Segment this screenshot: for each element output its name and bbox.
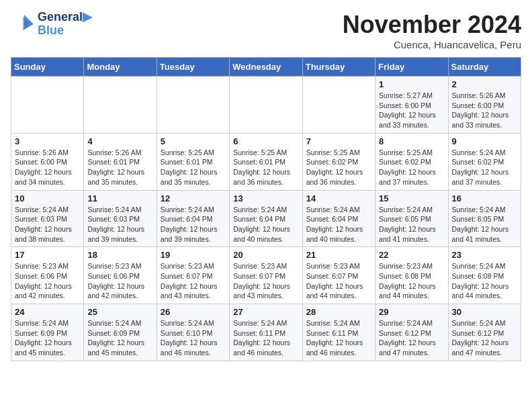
location: Cuenca, Huancavelica, Peru — [343, 39, 521, 50]
calendar-cell: 16Sunrise: 5:24 AM Sunset: 6:05 PM Dayli… — [448, 190, 521, 247]
day-info: Sunrise: 5:24 AM Sunset: 6:04 PM Dayligh… — [161, 205, 226, 244]
calendar-cell — [84, 77, 157, 134]
day-number: 22 — [379, 250, 444, 260]
calendar-cell: 6Sunrise: 5:25 AM Sunset: 6:01 PM Daylig… — [230, 133, 302, 190]
calendar-cell: 22Sunrise: 5:23 AM Sunset: 6:08 PM Dayli… — [375, 247, 448, 304]
title-area: November 2024 Cuenca, Huancavelica, Peru — [343, 11, 521, 50]
day-number: 10 — [15, 193, 80, 203]
day-info: Sunrise: 5:23 AM Sunset: 6:07 PM Dayligh… — [306, 261, 371, 301]
day-number: 21 — [306, 250, 371, 260]
day-info: Sunrise: 5:26 AM Sunset: 6:00 PM Dayligh… — [15, 148, 80, 187]
calendar-cell: 10Sunrise: 5:24 AM Sunset: 6:03 PM Dayli… — [11, 190, 84, 247]
weekday-header-wednesday: Wednesday — [230, 58, 302, 77]
day-info: Sunrise: 5:24 AM Sunset: 6:05 PM Dayligh… — [452, 205, 517, 244]
calendar-cell: 12Sunrise: 5:24 AM Sunset: 6:04 PM Dayli… — [157, 190, 229, 247]
day-info: Sunrise: 5:24 AM Sunset: 6:02 PM Dayligh… — [452, 148, 517, 187]
day-number: 28 — [306, 307, 371, 317]
weekday-header-friday: Friday — [375, 58, 448, 77]
day-number: 18 — [87, 250, 152, 260]
calendar-week-4: 17Sunrise: 5:23 AM Sunset: 6:06 PM Dayli… — [11, 247, 521, 304]
calendar-cell: 14Sunrise: 5:24 AM Sunset: 6:04 PM Dayli… — [302, 190, 375, 247]
day-info: Sunrise: 5:24 AM Sunset: 6:04 PM Dayligh… — [233, 205, 298, 244]
day-number: 14 — [306, 193, 371, 203]
calendar-week-1: 1Sunrise: 5:27 AM Sunset: 6:00 PM Daylig… — [11, 77, 521, 134]
day-info: Sunrise: 5:25 AM Sunset: 6:02 PM Dayligh… — [306, 148, 371, 187]
page-header: General▶ Blue November 2024 Cuenca, Huan… — [11, 11, 521, 50]
day-info: Sunrise: 5:25 AM Sunset: 6:01 PM Dayligh… — [233, 148, 298, 187]
month-title: November 2024 — [343, 11, 521, 39]
day-info: Sunrise: 5:27 AM Sunset: 6:00 PM Dayligh… — [379, 91, 444, 130]
day-number: 4 — [87, 136, 152, 146]
calendar-cell: 9Sunrise: 5:24 AM Sunset: 6:02 PM Daylig… — [448, 133, 521, 190]
calendar-cell — [11, 77, 84, 134]
day-number: 25 — [87, 307, 152, 317]
logo-icon — [11, 12, 35, 36]
logo-text: General▶ Blue — [38, 11, 92, 38]
day-info: Sunrise: 5:24 AM Sunset: 6:11 PM Dayligh… — [233, 318, 298, 358]
calendar-cell: 20Sunrise: 5:23 AM Sunset: 6:07 PM Dayli… — [230, 247, 302, 304]
calendar-cell: 26Sunrise: 5:24 AM Sunset: 6:10 PM Dayli… — [157, 304, 229, 361]
calendar-cell: 29Sunrise: 5:24 AM Sunset: 6:12 PM Dayli… — [375, 304, 448, 361]
day-number: 24 — [15, 307, 80, 317]
weekday-header-sunday: Sunday — [11, 58, 84, 77]
day-number: 17 — [15, 250, 80, 260]
day-info: Sunrise: 5:23 AM Sunset: 6:06 PM Dayligh… — [87, 261, 152, 301]
day-info: Sunrise: 5:23 AM Sunset: 6:08 PM Dayligh… — [379, 261, 444, 301]
day-info: Sunrise: 5:25 AM Sunset: 6:02 PM Dayligh… — [379, 148, 444, 187]
day-info: Sunrise: 5:24 AM Sunset: 6:03 PM Dayligh… — [87, 205, 152, 244]
day-info: Sunrise: 5:26 AM Sunset: 6:00 PM Dayligh… — [452, 91, 517, 130]
day-number: 1 — [379, 79, 444, 89]
calendar-cell: 30Sunrise: 5:24 AM Sunset: 6:12 PM Dayli… — [448, 304, 521, 361]
day-info: Sunrise: 5:23 AM Sunset: 6:07 PM Dayligh… — [161, 261, 226, 301]
calendar-cell: 24Sunrise: 5:24 AM Sunset: 6:09 PM Dayli… — [11, 304, 84, 361]
day-number: 3 — [15, 136, 80, 146]
day-number: 12 — [161, 193, 226, 203]
weekday-header-tuesday: Tuesday — [157, 58, 229, 77]
day-info: Sunrise: 5:24 AM Sunset: 6:08 PM Dayligh… — [452, 261, 517, 301]
day-number: 6 — [233, 136, 298, 146]
day-number: 9 — [452, 136, 517, 146]
day-number: 30 — [452, 307, 517, 317]
calendar-week-5: 24Sunrise: 5:24 AM Sunset: 6:09 PM Dayli… — [11, 304, 521, 361]
day-info: Sunrise: 5:25 AM Sunset: 6:01 PM Dayligh… — [161, 148, 226, 187]
calendar-cell: 23Sunrise: 5:24 AM Sunset: 6:08 PM Dayli… — [448, 247, 521, 304]
calendar-cell: 7Sunrise: 5:25 AM Sunset: 6:02 PM Daylig… — [302, 133, 375, 190]
day-info: Sunrise: 5:24 AM Sunset: 6:11 PM Dayligh… — [306, 318, 371, 358]
calendar-week-3: 10Sunrise: 5:24 AM Sunset: 6:03 PM Dayli… — [11, 190, 521, 247]
calendar-cell: 3Sunrise: 5:26 AM Sunset: 6:00 PM Daylig… — [11, 133, 84, 190]
day-info: Sunrise: 5:24 AM Sunset: 6:04 PM Dayligh… — [306, 205, 371, 244]
day-number: 13 — [233, 193, 298, 203]
day-info: Sunrise: 5:24 AM Sunset: 6:03 PM Dayligh… — [15, 205, 80, 244]
calendar-cell: 5Sunrise: 5:25 AM Sunset: 6:01 PM Daylig… — [157, 133, 229, 190]
day-info: Sunrise: 5:24 AM Sunset: 6:12 PM Dayligh… — [379, 318, 444, 358]
calendar-cell: 21Sunrise: 5:23 AM Sunset: 6:07 PM Dayli… — [302, 247, 375, 304]
day-number: 27 — [233, 307, 298, 317]
day-info: Sunrise: 5:23 AM Sunset: 6:07 PM Dayligh… — [233, 261, 298, 301]
calendar-cell: 28Sunrise: 5:24 AM Sunset: 6:11 PM Dayli… — [302, 304, 375, 361]
calendar-cell: 25Sunrise: 5:24 AM Sunset: 6:09 PM Dayli… — [84, 304, 157, 361]
day-info: Sunrise: 5:24 AM Sunset: 6:10 PM Dayligh… — [161, 318, 226, 358]
day-info: Sunrise: 5:24 AM Sunset: 6:05 PM Dayligh… — [379, 205, 444, 244]
calendar-cell: 19Sunrise: 5:23 AM Sunset: 6:07 PM Dayli… — [157, 247, 229, 304]
calendar-cell: 18Sunrise: 5:23 AM Sunset: 6:06 PM Dayli… — [84, 247, 157, 304]
day-info: Sunrise: 5:24 AM Sunset: 6:09 PM Dayligh… — [87, 318, 152, 358]
calendar-cell: 4Sunrise: 5:26 AM Sunset: 6:01 PM Daylig… — [84, 133, 157, 190]
weekday-header-saturday: Saturday — [448, 58, 521, 77]
calendar-cell: 2Sunrise: 5:26 AM Sunset: 6:00 PM Daylig… — [448, 77, 521, 134]
weekday-header-monday: Monday — [84, 58, 157, 77]
calendar-cell — [302, 77, 375, 134]
calendar-cell: 8Sunrise: 5:25 AM Sunset: 6:02 PM Daylig… — [375, 133, 448, 190]
calendar-cell: 11Sunrise: 5:24 AM Sunset: 6:03 PM Dayli… — [84, 190, 157, 247]
day-number: 15 — [379, 193, 444, 203]
calendar-table: SundayMondayTuesdayWednesdayThursdayFrid… — [11, 57, 521, 361]
day-number: 2 — [452, 79, 517, 89]
calendar-week-2: 3Sunrise: 5:26 AM Sunset: 6:00 PM Daylig… — [11, 133, 521, 190]
day-info: Sunrise: 5:23 AM Sunset: 6:06 PM Dayligh… — [15, 261, 80, 301]
day-info: Sunrise: 5:24 AM Sunset: 6:09 PM Dayligh… — [15, 318, 80, 358]
day-number: 20 — [233, 250, 298, 260]
day-info: Sunrise: 5:24 AM Sunset: 6:12 PM Dayligh… — [452, 318, 517, 358]
day-number: 16 — [452, 193, 517, 203]
calendar-cell — [230, 77, 302, 134]
logo: General▶ Blue — [11, 11, 92, 38]
calendar-cell: 1Sunrise: 5:27 AM Sunset: 6:00 PM Daylig… — [375, 77, 448, 134]
